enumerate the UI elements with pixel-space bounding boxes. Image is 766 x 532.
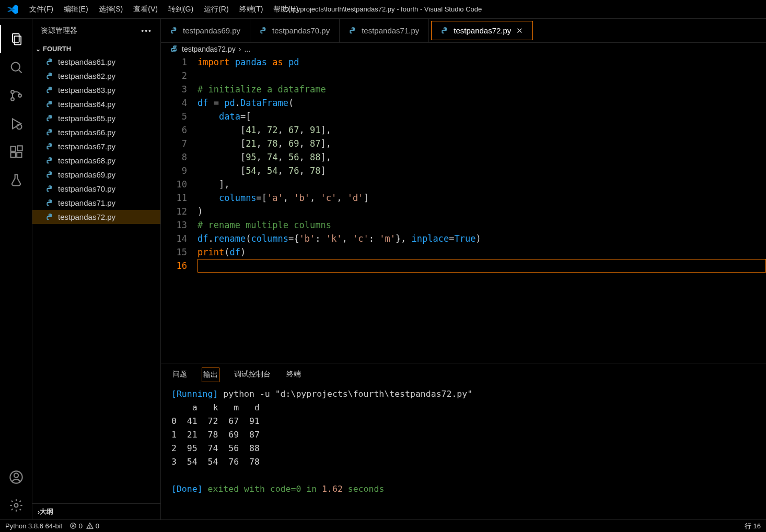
window-title: D:\pyprojects\fourth\testpandas72.py - f… bbox=[284, 5, 482, 13]
tab-label: testpandas72.py bbox=[454, 26, 511, 35]
run-debug-icon[interactable] bbox=[0, 110, 32, 138]
file-item[interactable]: testpandas66.py bbox=[32, 125, 160, 139]
output-body: a k m d 0 41 72 67 91 1 21 78 69 87 2 95… bbox=[171, 403, 260, 467]
file-label: testpandas69.py bbox=[58, 170, 115, 179]
sidebar: 资源管理器 ••• ⌄ FOURTH testpandas61.pytestpa… bbox=[32, 19, 161, 519]
file-list: testpandas61.pytestpandas62.pytestpandas… bbox=[32, 55, 160, 503]
code-content[interactable]: import pandas as pd # initialize a dataf… bbox=[198, 55, 766, 363]
python-file-icon bbox=[46, 128, 54, 137]
settings-gear-icon[interactable] bbox=[0, 491, 32, 519]
python-file-icon bbox=[170, 45, 179, 53]
code-line[interactable]: # initialize a dataframe bbox=[198, 82, 766, 96]
sidebar-title: 资源管理器 bbox=[41, 26, 77, 36]
editor-tab[interactable]: testpandas71.py bbox=[340, 19, 429, 42]
panel-tab[interactable]: 终端 bbox=[285, 368, 302, 382]
file-label: testpandas62.py bbox=[58, 72, 115, 80]
source-control-icon[interactable] bbox=[0, 81, 32, 110]
extensions-icon[interactable] bbox=[0, 138, 32, 166]
menubar: 文件(F)编辑(E)选择(S)查看(V)转到(G)运行(R)终端(T)帮助(H)… bbox=[0, 0, 766, 19]
python-file-icon bbox=[46, 171, 54, 179]
code-line[interactable]: [95, 74, 56, 88], bbox=[198, 150, 766, 164]
python-file-icon bbox=[46, 185, 54, 193]
code-editor[interactable]: 12345678910111213141516 import pandas as… bbox=[161, 55, 766, 363]
search-icon[interactable] bbox=[0, 53, 32, 81]
output-done-label: [Done] bbox=[171, 484, 203, 494]
code-line[interactable]: [41, 72, 67, 91], bbox=[198, 123, 766, 137]
file-item[interactable]: testpandas61.py bbox=[32, 55, 160, 69]
tab-label: testpandas69.py bbox=[183, 26, 240, 35]
file-item[interactable]: testpandas70.py bbox=[32, 182, 160, 196]
code-line[interactable]: df.rename(columns={'b': 'k', 'c': 'm'}, … bbox=[198, 232, 766, 245]
output-panel[interactable]: [Running] python -u "d:\pyprojects\fourt… bbox=[161, 382, 766, 519]
status-problems[interactable]: 0 0 bbox=[69, 522, 99, 530]
menu-item[interactable]: 终端(T) bbox=[234, 5, 269, 13]
panel-tab[interactable]: 问题 bbox=[171, 368, 188, 382]
editor-tab[interactable]: testpandas70.py bbox=[250, 19, 340, 42]
python-file-icon bbox=[441, 27, 449, 35]
code-line[interactable]: # rename multiple columns bbox=[198, 218, 766, 232]
python-file-icon bbox=[46, 58, 54, 66]
editor-tabs: testpandas69.pytestpandas70.pytestpandas… bbox=[161, 19, 766, 43]
file-item[interactable]: testpandas65.py bbox=[32, 111, 160, 125]
code-line[interactable]: [21, 78, 69, 87], bbox=[198, 137, 766, 150]
accounts-icon[interactable] bbox=[0, 463, 32, 491]
chevron-down-icon: ⌄ bbox=[36, 45, 41, 53]
more-icon[interactable]: ••• bbox=[141, 27, 152, 35]
testing-icon[interactable] bbox=[0, 166, 32, 194]
editor-tab[interactable]: testpandas69.py bbox=[161, 19, 250, 42]
code-line[interactable]: import pandas as pd bbox=[198, 55, 766, 69]
outline-label: 大纲 bbox=[40, 507, 53, 516]
code-line[interactable]: [54, 54, 76, 78] bbox=[198, 164, 766, 178]
svg-rect-12 bbox=[17, 146, 22, 150]
python-file-icon bbox=[46, 114, 54, 123]
svg-rect-9 bbox=[10, 147, 15, 151]
code-line[interactable] bbox=[198, 69, 766, 82]
folder-header[interactable]: ⌄ FOURTH bbox=[32, 43, 160, 55]
file-item[interactable]: testpandas64.py bbox=[32, 97, 160, 111]
menu-item[interactable]: 编辑(E) bbox=[59, 5, 94, 13]
file-label: testpandas72.py bbox=[58, 212, 115, 221]
file-item[interactable]: testpandas63.py bbox=[32, 83, 160, 97]
panel-tab[interactable]: 调试控制台 bbox=[233, 368, 272, 382]
status-python[interactable]: Python 3.8.6 64-bit bbox=[5, 522, 62, 530]
file-item[interactable]: testpandas68.py bbox=[32, 153, 160, 168]
file-item[interactable]: testpandas72.py bbox=[32, 210, 160, 224]
svg-rect-0 bbox=[12, 34, 19, 42]
menu-item[interactable]: 查看(V) bbox=[128, 5, 163, 13]
code-line[interactable]: columns=['a', 'b', 'c', 'd'] bbox=[198, 191, 766, 205]
file-item[interactable]: testpandas69.py bbox=[32, 168, 160, 182]
menu-item[interactable]: 转到(G) bbox=[163, 5, 199, 13]
file-label: testpandas67.py bbox=[58, 142, 115, 151]
outline-header[interactable]: › 大纲 bbox=[32, 503, 160, 519]
editor-tab[interactable]: testpandas72.py✕ bbox=[431, 21, 533, 40]
svg-point-15 bbox=[14, 504, 18, 507]
svg-point-4 bbox=[11, 90, 14, 93]
chevron-right-icon: › bbox=[239, 45, 241, 53]
code-line[interactable]: ], bbox=[198, 178, 766, 191]
panel-tab[interactable]: 输出 bbox=[202, 368, 219, 382]
menu-item[interactable]: 文件(F) bbox=[24, 5, 59, 13]
file-label: testpandas70.py bbox=[58, 184, 115, 193]
code-line[interactable]: print(df) bbox=[198, 245, 766, 259]
python-file-icon bbox=[46, 86, 54, 94]
breadcrumbs[interactable]: testpandas72.py › ... bbox=[161, 43, 766, 55]
svg-rect-10 bbox=[10, 152, 15, 157]
file-item[interactable]: testpandas67.py bbox=[32, 139, 160, 153]
file-item[interactable]: testpandas62.py bbox=[32, 69, 160, 83]
menu-item[interactable]: 选择(S) bbox=[94, 5, 129, 13]
code-line[interactable]: data=[ bbox=[198, 110, 766, 123]
file-label: testpandas61.py bbox=[58, 57, 115, 66]
file-item[interactable]: testpandas71.py bbox=[32, 196, 160, 210]
status-cursor[interactable]: 行 16 bbox=[745, 522, 761, 531]
svg-rect-11 bbox=[17, 152, 21, 157]
panel: 问题输出调试控制台终端 [Running] python -u "d:\pypr… bbox=[161, 363, 766, 519]
code-line[interactable]: df = pd.DataFrame( bbox=[198, 96, 766, 110]
menu-item[interactable]: 运行(R) bbox=[199, 5, 234, 13]
explorer-icon[interactable] bbox=[0, 25, 32, 53]
close-icon[interactable]: ✕ bbox=[516, 26, 523, 36]
python-file-icon bbox=[46, 100, 54, 109]
code-line[interactable]: ) bbox=[198, 205, 766, 218]
svg-rect-1 bbox=[14, 36, 21, 44]
file-label: testpandas68.py bbox=[58, 156, 115, 165]
python-file-icon bbox=[170, 27, 179, 35]
